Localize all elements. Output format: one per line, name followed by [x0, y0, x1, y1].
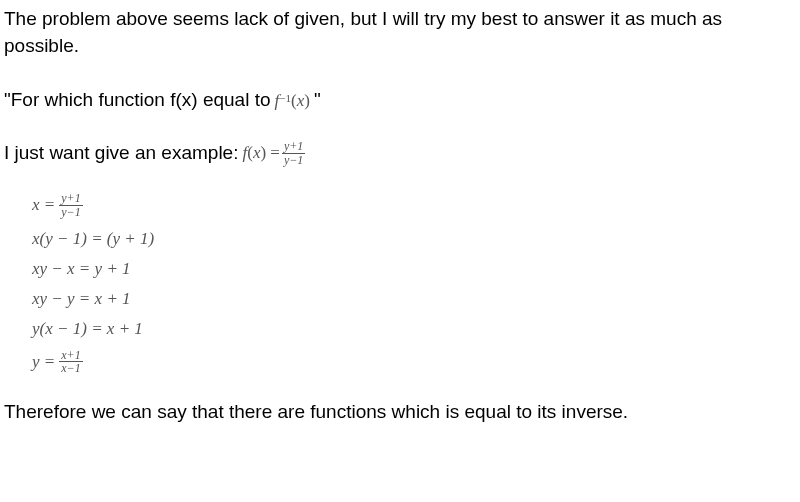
- intro-paragraph: The problem above seems lack of given, b…: [4, 6, 796, 59]
- derivation-steps: x = y+1 y−1 x(y − 1) = (y + 1) xy − x = …: [32, 192, 796, 374]
- step-1-den: y−1: [59, 206, 82, 219]
- step-1-lhs: x =: [32, 195, 55, 215]
- step-4: xy − y = x + 1: [32, 289, 796, 309]
- example-line: I just want give an example: f(x) = y+1 …: [4, 140, 796, 167]
- question-line: "For which function f(x) equal to f−1(x)…: [4, 87, 796, 114]
- step-6: y = x+1 x−1: [32, 349, 796, 375]
- step-1-frac: y+1 y−1: [59, 192, 82, 218]
- example-fraction: y+1 y−1: [282, 140, 305, 166]
- example-frac-num: y+1: [282, 140, 305, 154]
- step-6-frac: x+1 x−1: [59, 349, 82, 375]
- question-prefix: "For which function f(x) equal to: [4, 87, 271, 114]
- example-function: f(x) = y+1 y−1: [242, 140, 307, 166]
- conclusion-paragraph: Therefore we can say that there are func…: [4, 399, 796, 426]
- example-frac-den: y−1: [282, 154, 305, 167]
- step-6-num: x+1: [59, 349, 82, 363]
- step-1-num: y+1: [59, 192, 82, 206]
- step-5: y(x − 1) = x + 1: [32, 319, 796, 339]
- step-6-den: x−1: [59, 362, 82, 375]
- step-6-lhs: y =: [32, 352, 55, 372]
- step-1: x = y+1 y−1: [32, 192, 796, 218]
- question-suffix: ": [314, 87, 321, 114]
- inverse-function-math: f−1(x): [275, 89, 310, 113]
- step-3: xy − x = y + 1: [32, 259, 796, 279]
- example-prefix: I just want give an example:: [4, 140, 238, 167]
- step-2: x(y − 1) = (y + 1): [32, 229, 796, 249]
